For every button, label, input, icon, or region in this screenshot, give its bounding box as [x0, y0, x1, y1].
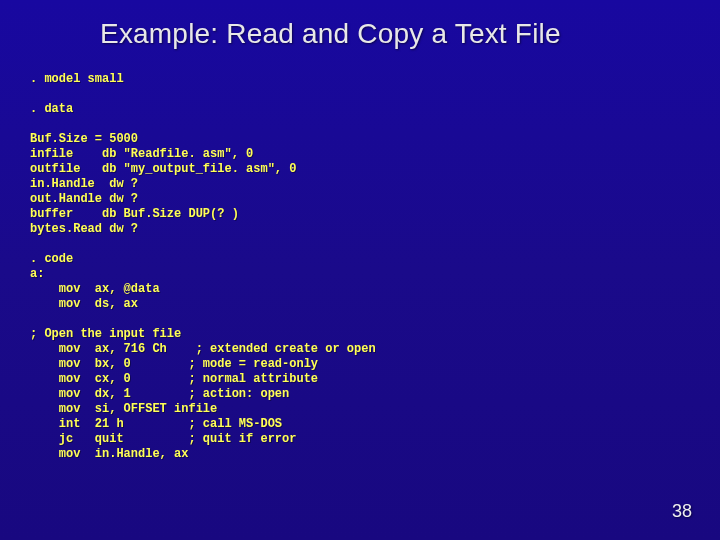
- slide: Example: Read and Copy a Text File . mod…: [0, 0, 720, 540]
- page-title: Example: Read and Copy a Text File: [0, 0, 720, 50]
- code-block: . model small . data Buf.Size = 5000 inf…: [0, 50, 720, 462]
- page-number: 38: [672, 501, 692, 522]
